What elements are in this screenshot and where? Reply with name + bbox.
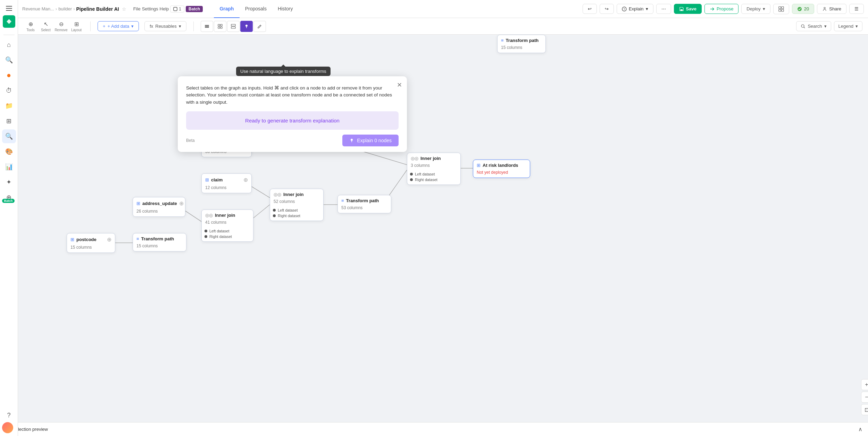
- transform-btn-1[interactable]: [201, 21, 213, 32]
- transform-path-2-header: ≡ Transform path: [338, 195, 391, 205]
- node-inner-join-1[interactable]: ◎◎ Inner join 41 columns Left dataset Ri…: [201, 210, 253, 242]
- sidebar-item-plugin[interactable]: ⊕ Batch: [2, 190, 16, 204]
- at-risk-header: ⊞ At risk landlords: [473, 160, 530, 169]
- selection-preview-collapse-btn[interactable]: ∧: [858, 426, 862, 433]
- inner-join-2-left-dot: [273, 209, 276, 212]
- sidebar-item-paint[interactable]: 🎨: [2, 145, 16, 159]
- address-update-expand-icon[interactable]: ⊕: [179, 200, 184, 207]
- postcode-expand-icon[interactable]: ⊕: [107, 236, 111, 243]
- top-right-actions: ↩ ↪ ? Explain ▾ ⋯ Save Propose Deploy ▾: [583, 4, 864, 14]
- reusables-btn[interactable]: fx Reusables ▾: [144, 21, 186, 31]
- inner-join-1-ports: Left dataset Right dataset: [202, 229, 253, 241]
- sidebar-item-home[interactable]: ⌂: [2, 38, 16, 52]
- sidebar-item-grid[interactable]: ⊞: [2, 114, 16, 128]
- tab-graph[interactable]: Graph: [214, 0, 239, 18]
- layout-grid-btn[interactable]: [773, 4, 789, 14]
- sidebar-item-chart[interactable]: 📊: [2, 160, 16, 174]
- claim-header: ⊞ claim ⊕: [202, 174, 251, 185]
- svg-rect-10: [782, 9, 784, 11]
- new-badge: Batch: [2, 199, 14, 203]
- undo-btn[interactable]: ↩: [583, 4, 597, 14]
- more-btn[interactable]: ⋯: [656, 4, 671, 14]
- user-avatar[interactable]: [2, 422, 13, 433]
- inner-join-3-title: Inner join: [420, 156, 441, 161]
- app-menu-btn[interactable]: ☰: [849, 4, 864, 14]
- node-address-update[interactable]: ⊞ address_update ⊕ 26 columns: [133, 197, 185, 217]
- breadcrumb-sep1: ›: [56, 6, 57, 11]
- transform-btn-3[interactable]: [227, 21, 240, 32]
- deploy-btn[interactable]: Deploy ▾: [741, 4, 770, 14]
- legend-btn[interactable]: Legend ▾: [834, 21, 862, 31]
- svg-point-23: [801, 25, 804, 27]
- tab-proposals[interactable]: Proposals: [240, 0, 272, 18]
- explain-icon-btn[interactable]: [240, 21, 253, 32]
- breadcrumb-parent1[interactable]: Revenue Man...: [22, 6, 54, 11]
- select-tool-icon: ↖: [44, 21, 48, 27]
- explain-close-btn[interactable]: ✕: [397, 81, 402, 89]
- node-inner-join-3[interactable]: ◎◎ Inner join 3 columns Left dataset Rig…: [407, 153, 461, 185]
- edit-btn[interactable]: [253, 21, 266, 32]
- sidebar-item-files[interactable]: 📁: [2, 99, 16, 113]
- sidebar-item-history[interactable]: ⏱: [2, 84, 16, 97]
- node-at-risk[interactable]: ⊞ At risk landlords Not yet deployed: [473, 160, 530, 178]
- help-menu-btn[interactable]: Help: [160, 6, 169, 11]
- transform-path-1-header: ≡ Transform path: [133, 233, 186, 243]
- share-btn[interactable]: Share: [817, 4, 846, 14]
- breadcrumb: Revenue Man... › builder › Pipeline Buil…: [22, 6, 126, 12]
- tools-label: Tools: [26, 28, 34, 32]
- inner-join-2-title: Inner join: [283, 192, 304, 197]
- toolbar-right: Search ▾ Legend ▾: [796, 21, 862, 31]
- transform-btn-2[interactable]: [214, 21, 226, 32]
- select-tool-btn[interactable]: ↖ Select: [39, 19, 53, 33]
- sidebar-item-help[interactable]: ?: [2, 408, 16, 422]
- search-btn[interactable]: Search ▾: [796, 21, 831, 31]
- inner-join-3-icon: ◎◎: [411, 156, 418, 161]
- layout-tool-btn[interactable]: ⊞ Layout: [69, 19, 83, 33]
- postcode-subtitle: 15 columns: [67, 244, 115, 253]
- instance-indicator: 1: [170, 6, 184, 12]
- sidebar-item-search2[interactable]: 🔍: [2, 129, 16, 143]
- node-transform-path-3[interactable]: ≡ Transform path 15 columns: [497, 35, 546, 53]
- main-tabs: Graph Proposals History: [214, 0, 298, 18]
- zoom-out-btn[interactable]: −: [861, 392, 868, 403]
- zoom-fit-btn[interactable]: ⊡: [861, 404, 868, 415]
- tab-history[interactable]: History: [272, 0, 299, 18]
- star-icon[interactable]: ☆: [122, 6, 126, 12]
- inner-join-1-title: Inner join: [215, 213, 235, 218]
- app-logo[interactable]: [3, 15, 15, 28]
- breadcrumb-parent2[interactable]: builder: [58, 6, 72, 11]
- checks-btn[interactable]: 20: [792, 4, 814, 14]
- sidebar-item-search[interactable]: 🔍: [2, 53, 16, 67]
- transform-path-3-title: Transform path: [506, 38, 539, 43]
- claim-icon: ⊞: [205, 177, 209, 182]
- sidebar-item-wand[interactable]: ✦: [2, 175, 16, 189]
- remove-label: Remove: [55, 28, 67, 32]
- redo-btn[interactable]: ↪: [600, 4, 614, 14]
- remove-tool-btn[interactable]: ⊖ Remove: [54, 19, 68, 33]
- propose-btn[interactable]: Propose: [704, 4, 738, 14]
- transform-path-1-subtitle: 15 columns: [133, 243, 186, 251]
- sidebar-item-dot[interactable]: ●: [2, 68, 16, 82]
- sidebar-menu-icon[interactable]: [3, 3, 15, 14]
- explain-nodes-btn[interactable]: Explain 0 nodes: [342, 135, 399, 146]
- reusables-label: Reusables: [155, 24, 176, 29]
- explain-dialog-body: Select tables on the graph as inputs. Ho…: [178, 76, 407, 130]
- save-btn[interactable]: Save: [674, 4, 702, 14]
- settings-menu-btn[interactable]: Settings: [142, 6, 158, 11]
- node-transform-path-2[interactable]: ≡ Transform path 53 columns: [337, 195, 391, 213]
- claim-expand-icon[interactable]: ⊕: [243, 177, 248, 183]
- sidebar-bottom: ?: [2, 408, 16, 433]
- inner-join-1-header: ◎◎ Inner join: [202, 210, 253, 219]
- move-tool-btn[interactable]: ⊕ Tools: [24, 19, 37, 33]
- node-claim[interactable]: ⊞ claim ⊕ 12 columns: [201, 173, 252, 193]
- zoom-in-btn[interactable]: +: [861, 379, 868, 390]
- explain-tooltip: Use natural language to explain transfor…: [236, 67, 331, 76]
- node-postcode[interactable]: ⊞ postcode ⊕ 15 columns: [67, 233, 115, 253]
- node-transform-path-1[interactable]: ≡ Transform path 15 columns: [133, 233, 186, 251]
- file-menu-btn[interactable]: File: [133, 6, 141, 11]
- explain-btn-top[interactable]: ? Explain ▾: [617, 4, 653, 14]
- inner-join-2-right-label: Right dataset: [278, 214, 300, 218]
- add-data-btn[interactable]: + + Add data ▾: [98, 21, 139, 31]
- svg-text:?: ?: [623, 8, 625, 11]
- node-inner-join-2[interactable]: ◎◎ Inner join 52 columns Left dataset Ri…: [270, 189, 324, 221]
